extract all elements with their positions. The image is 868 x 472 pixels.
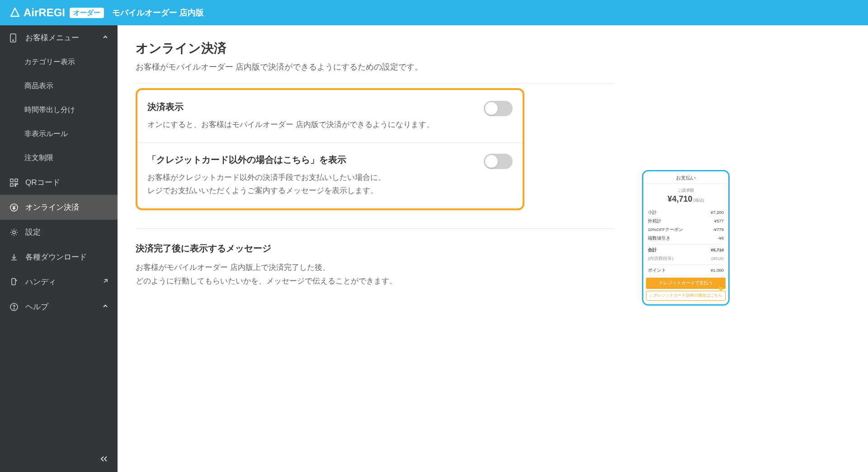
gear-icon [9, 227, 19, 237]
svg-point-9 [13, 231, 15, 234]
sidebar-item-hidden-rules[interactable]: 非表示ルール [0, 122, 118, 146]
svg-rect-10 [12, 278, 15, 285]
logo: AirREGI オーダー [9, 6, 104, 19]
nav-label: 商品表示 [24, 81, 53, 91]
home-icon: ⌂ [649, 293, 651, 298]
highlighted-settings-box: 決済表示 オンにすると、お客様はモバイルオーダー 店内版で決済ができるようになり… [136, 88, 524, 210]
menu-icon [9, 33, 19, 43]
svg-rect-2 [10, 179, 13, 182]
phone-bottom-nav: 🍴履歴 🕘お支払い ¥お支払い ▦QR 👤― [643, 303, 728, 306]
external-link-icon [102, 278, 108, 286]
svg-rect-3 [15, 179, 18, 182]
nav-label: 時間帯出し分け [24, 105, 75, 115]
handy-icon [9, 277, 19, 287]
setting-description: お客様がクレジットカード以外の決済手段でお支払いしたい場合に、 レジでお支払いい… [147, 171, 513, 198]
yen-icon [9, 203, 19, 212]
toggle-knob [485, 155, 498, 168]
sidebar-item-settings[interactable]: 設定 [0, 220, 118, 245]
sidebar-item-qr[interactable]: QRコード [0, 170, 118, 195]
phone-bill-label: ご請求額 [643, 188, 728, 194]
download-icon [9, 252, 19, 262]
phone-total-block: ご請求額 ¥4,710(税込) [643, 184, 728, 207]
sidebar-item-timeslot[interactable]: 時間帯出し分け [0, 98, 118, 122]
help-icon [9, 302, 19, 312]
text-line: レジでお支払いいただくようご案内するメッセージを表示します。 [147, 186, 378, 195]
sidebar: お客様メニュー カテゴリー表示 商品表示 時間帯出し分け 非表示ルール 注文制限… [0, 25, 118, 472]
page-title: オンライン決済 [136, 40, 850, 57]
svg-rect-4 [10, 184, 13, 186]
phone-total-row: ¥4,710(税込) [643, 194, 728, 204]
sidebar-item-online-payment[interactable]: オンライン決済 [0, 195, 118, 220]
phone-preview: お支払い ご請求額 ¥4,710(税込) 小計¥7,200 外税計¥577 10… [642, 170, 730, 306]
text-line: お客様がクレジットカード以外の決済手段でお支払いしたい場合に、 [147, 173, 386, 182]
setting-title: 決済表示 [147, 101, 513, 113]
phone-total: ¥4,710 [667, 194, 692, 203]
setting-other-payment-message: 「クレジットカード以外の場合はこちら」を表示 お客様がクレジットカード以外の決済… [137, 142, 523, 208]
text-line: どのように行動してもらいたいかを、メッセージで伝えることができます。 [136, 277, 397, 285]
phone-divider [648, 264, 724, 265]
nav-label: お客様メニュー [25, 33, 79, 43]
sidebar-item-order-limit[interactable]: 注文制限 [0, 146, 118, 170]
phone-divider [648, 244, 724, 245]
divider [136, 228, 615, 229]
nav-label: カテゴリー表示 [24, 57, 75, 67]
nav-label: ヘルプ [25, 302, 48, 312]
text-line: お客様がモバイルオーダー 店内版上で決済完了した後、 [136, 263, 330, 272]
sidebar-item-help[interactable]: ヘルプ [0, 294, 118, 319]
toggle-payment-display[interactable] [484, 101, 513, 116]
qr-icon [9, 178, 19, 188]
phone-line-coupon: 10%OFFクーポン-¥779 [648, 226, 724, 234]
divider [136, 83, 615, 84]
phone-table: 小計¥7,200 外税計¥577 10%OFFクーポン-¥779 端数値引き-¥… [643, 207, 728, 275]
setting-title: 「クレジットカード以外の場合はこちら」を表示 [147, 154, 513, 166]
svg-point-12 [14, 308, 14, 309]
sidebar-item-handy[interactable]: ハンディ [0, 269, 118, 294]
svg-rect-6 [17, 184, 18, 184]
collapse-icon [99, 455, 108, 464]
main-content: オンライン決済 お客様がモバイルオーダー 店内版で決済ができるようにするための設… [118, 25, 868, 472]
sidebar-item-download[interactable]: 各種ダウンロード [0, 245, 118, 269]
nav-label: ハンディ [25, 277, 56, 287]
nav-label: 各種ダウンロード [25, 252, 87, 262]
sidebar-item-customer-menu[interactable]: お客様メニュー [0, 25, 118, 50]
toggle-other-payment-message[interactable] [484, 154, 513, 169]
phone-primary-button: クレジットカードで支払う 👆 [646, 278, 726, 289]
nav-label: QRコード [25, 177, 60, 188]
phone-line-tax: 外税計¥577 [648, 217, 724, 226]
phone-line-subtotal: 小計¥7,200 [648, 208, 724, 217]
sidebar-item-product[interactable]: 商品表示 [0, 74, 118, 98]
phone-line-consumption-tax: (内消費税等)(¥519) [648, 255, 724, 263]
phone-secondary-button: ⌂ クレジットカード以外の場合はこちら [646, 291, 726, 301]
svg-rect-7 [15, 185, 16, 186]
phone-line-total: 合計¥5,710 [648, 246, 724, 255]
sidebar-collapse-button[interactable] [0, 448, 118, 472]
page-description: お客様がモバイルオーダー 店内版で決済ができるようにするための設定です。 [136, 61, 850, 72]
cursor-icon: 👆 [717, 284, 724, 291]
chevron-up-icon [102, 33, 108, 42]
phone-total-suffix: (税込) [693, 198, 704, 203]
brand-text: AirREGI [24, 6, 65, 19]
brand-badge: オーダー [70, 8, 104, 18]
chevron-up-icon [102, 302, 108, 312]
logo-icon [9, 7, 21, 19]
nav-label: オンライン決済 [25, 202, 79, 212]
phone-line-rounding: 端数値引き-¥8 [648, 234, 724, 243]
nav-label: 設定 [25, 227, 41, 237]
app-header: AirREGI オーダー モバイルオーダー 店内版 [0, 0, 868, 25]
svg-rect-5 [15, 184, 16, 184]
sidebar-item-category[interactable]: カテゴリー表示 [0, 50, 118, 74]
message-section-title: 決済完了後に表示するメッセージ [136, 242, 850, 255]
nav-label: 注文制限 [24, 153, 53, 163]
message-section-description: お客様がモバイルオーダー 店内版上で決済完了した後、 どのように行動してもらいた… [136, 261, 850, 288]
toggle-knob [485, 102, 498, 115]
svg-point-1 [13, 40, 14, 41]
header-subtitle: モバイルオーダー 店内版 [112, 7, 204, 18]
phone-header: お支払い [643, 171, 728, 184]
setting-payment-display: 決済表示 オンにすると、お客様はモバイルオーダー 店内版で決済ができるようになり… [137, 90, 523, 142]
setting-description: オンにすると、お客様はモバイルオーダー 店内版で決済ができるようになります。 [147, 118, 513, 132]
nav-label: 非表示ルール [24, 129, 68, 139]
phone-line-point: ポイント¥1,000 [648, 266, 724, 275]
